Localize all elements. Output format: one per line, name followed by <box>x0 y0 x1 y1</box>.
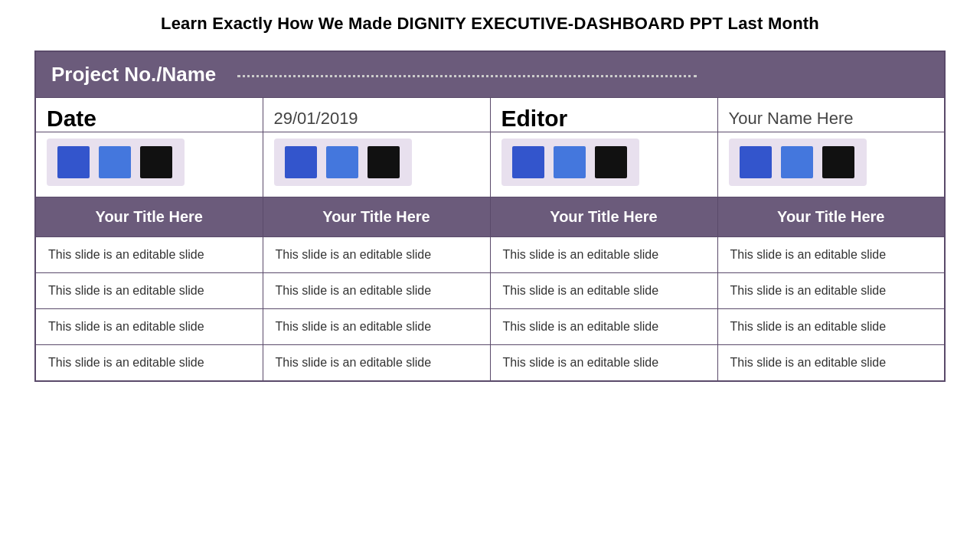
swatch-container-2 <box>274 139 412 186</box>
swatch-container-1 <box>47 139 185 186</box>
main-table: Project No./Name Date 29/01/2019 Editor … <box>34 51 946 382</box>
cell-2-3: This slide is an editable slide <box>490 273 717 309</box>
cell-1-4: This slide is an editable slide <box>717 237 945 273</box>
cell-2-2: This slide is an editable slide <box>263 273 490 309</box>
col-title-1: Your Title Here <box>35 197 263 237</box>
swatch-black-2 <box>368 146 400 178</box>
swatch-blue-5 <box>512 146 544 178</box>
cell-3-3: This slide is an editable slide <box>490 309 717 345</box>
cell-1-1: This slide is an editable slide <box>35 237 263 273</box>
col-title-3: Your Title Here <box>490 197 717 237</box>
cell-1-3: This slide is an editable slide <box>490 237 717 273</box>
swatch-cell-3 <box>490 132 717 197</box>
swatch-container-3 <box>501 139 639 186</box>
cell-4-4: This slide is an editable slide <box>717 345 945 382</box>
swatch-blue-8 <box>781 146 813 178</box>
cell-1-2: This slide is an editable slide <box>263 237 490 273</box>
swatch-cell-2 <box>263 132 490 197</box>
swatch-black-4 <box>822 146 854 178</box>
content-row-2: This slide is an editable slide This sli… <box>35 273 945 309</box>
cell-4-1: This slide is an editable slide <box>35 345 263 382</box>
project-header-row: Project No./Name <box>35 51 945 98</box>
dotted-line-decoration <box>237 75 697 77</box>
col-title-4: Your Title Here <box>717 197 945 237</box>
cell-2-4: This slide is an editable slide <box>717 273 945 309</box>
cell-2-1: This slide is an editable slide <box>35 273 263 309</box>
swatch-container-4 <box>729 139 867 186</box>
swatch-blue-2 <box>99 146 131 178</box>
swatch-black-3 <box>595 146 627 178</box>
swatch-blue-7 <box>740 146 772 178</box>
project-header-label: Project No./Name <box>51 63 216 86</box>
col-title-2: Your Title Here <box>263 197 490 237</box>
swatches-row <box>35 132 945 197</box>
cell-3-4: This slide is an editable slide <box>717 309 945 345</box>
date-value: 29/01/2019 <box>263 98 490 132</box>
cell-3-2: This slide is an editable slide <box>263 309 490 345</box>
content-row-3: This slide is an editable slide This sli… <box>35 309 945 345</box>
editor-label: Editor <box>490 98 717 132</box>
swatch-blue-1 <box>57 146 90 178</box>
swatch-blue-6 <box>554 146 586 178</box>
swatch-blue-4 <box>326 146 358 178</box>
cell-4-3: This slide is an editable slide <box>490 345 717 382</box>
info-labels-row: Date 29/01/2019 Editor Your Name Here <box>35 98 945 132</box>
content-row-4: This slide is an editable slide This sli… <box>35 345 945 382</box>
swatch-blue-3 <box>285 146 317 178</box>
page-title: Learn Exactly How We Made DIGNITY EXECUT… <box>161 14 819 34</box>
editor-value: Your Name Here <box>717 98 945 132</box>
swatch-black-1 <box>140 146 172 178</box>
project-header-cell: Project No./Name <box>35 51 945 98</box>
cell-4-2: This slide is an editable slide <box>263 345 490 382</box>
date-label: Date <box>35 98 263 132</box>
swatch-cell-4 <box>717 132 945 197</box>
cell-3-1: This slide is an editable slide <box>35 309 263 345</box>
swatch-cell-1 <box>35 132 263 197</box>
content-row-1: This slide is an editable slide This sli… <box>35 237 945 273</box>
column-title-row: Your Title Here Your Title Here Your Tit… <box>35 197 945 237</box>
